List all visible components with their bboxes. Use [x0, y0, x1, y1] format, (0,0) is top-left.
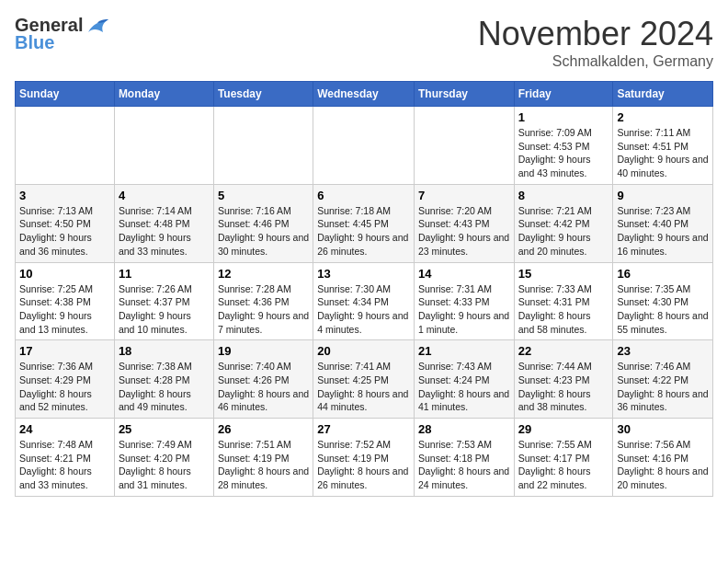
- day-number: 21: [418, 344, 510, 358]
- weekday-header-sunday: Sunday: [16, 82, 115, 107]
- calendar-cell: 26Sunrise: 7:51 AM Sunset: 4:19 PM Dayli…: [213, 419, 313, 497]
- calendar-cell: 22Sunrise: 7:44 AM Sunset: 4:23 PM Dayli…: [514, 340, 613, 419]
- day-number: 5: [218, 189, 309, 202]
- day-number: 2: [617, 110, 709, 124]
- calendar-cell: [414, 107, 514, 185]
- day-info: Sunrise: 7:13 AM Sunset: 4:50 PM Dayligh…: [19, 204, 110, 259]
- day-number: 18: [119, 344, 210, 358]
- day-number: 9: [617, 189, 709, 202]
- weekday-header-thursday: Thursday: [414, 82, 514, 107]
- day-info: Sunrise: 7:30 AM Sunset: 4:34 PM Dayligh…: [317, 282, 410, 337]
- day-info: Sunrise: 7:31 AM Sunset: 4:33 PM Dayligh…: [418, 282, 510, 337]
- day-number: 7: [418, 189, 510, 202]
- calendar-cell: 14Sunrise: 7:31 AM Sunset: 4:33 PM Dayli…: [414, 262, 514, 340]
- calendar-cell: [114, 107, 213, 185]
- calendar-week-3: 10Sunrise: 7:25 AM Sunset: 4:38 PM Dayli…: [16, 262, 713, 340]
- calendar-cell: 21Sunrise: 7:43 AM Sunset: 4:24 PM Dayli…: [414, 340, 514, 419]
- calendar-cell: 16Sunrise: 7:35 AM Sunset: 4:30 PM Dayli…: [613, 262, 713, 340]
- calendar-cell: 27Sunrise: 7:52 AM Sunset: 4:19 PM Dayli…: [313, 419, 415, 497]
- page-header: General Blue November 2024 Schmalkalden,…: [15, 15, 713, 70]
- day-number: 16: [617, 267, 709, 281]
- calendar-cell: 11Sunrise: 7:26 AM Sunset: 4:37 PM Dayli…: [114, 262, 213, 340]
- day-info: Sunrise: 7:36 AM Sunset: 4:29 PM Dayligh…: [19, 360, 110, 414]
- weekday-header-tuesday: Tuesday: [213, 82, 313, 107]
- weekday-header-row: SundayMondayTuesdayWednesdayThursdayFrid…: [16, 82, 713, 107]
- calendar-cell: 3Sunrise: 7:13 AM Sunset: 4:50 PM Daylig…: [16, 184, 115, 262]
- calendar-cell: [313, 107, 415, 185]
- calendar-cell: 19Sunrise: 7:40 AM Sunset: 4:26 PM Dayli…: [213, 340, 313, 419]
- calendar-week-5: 24Sunrise: 7:48 AM Sunset: 4:21 PM Dayli…: [16, 419, 713, 497]
- day-number: 15: [518, 267, 609, 281]
- logo: General Blue: [15, 15, 110, 53]
- calendar-cell: 24Sunrise: 7:48 AM Sunset: 4:21 PM Dayli…: [16, 419, 115, 497]
- day-info: Sunrise: 7:33 AM Sunset: 4:31 PM Dayligh…: [518, 282, 609, 337]
- day-number: 10: [19, 267, 110, 281]
- calendar-cell: 18Sunrise: 7:38 AM Sunset: 4:28 PM Dayli…: [114, 340, 213, 419]
- day-info: Sunrise: 7:48 AM Sunset: 4:21 PM Dayligh…: [19, 438, 110, 492]
- day-number: 11: [119, 267, 210, 281]
- calendar-week-4: 17Sunrise: 7:36 AM Sunset: 4:29 PM Dayli…: [16, 340, 713, 419]
- day-info: Sunrise: 7:18 AM Sunset: 4:45 PM Dayligh…: [317, 204, 410, 259]
- calendar-cell: 20Sunrise: 7:41 AM Sunset: 4:25 PM Dayli…: [313, 340, 415, 419]
- day-number: 3: [19, 189, 110, 202]
- day-info: Sunrise: 7:25 AM Sunset: 4:38 PM Dayligh…: [19, 282, 110, 337]
- day-number: 22: [518, 344, 609, 358]
- day-info: Sunrise: 7:20 AM Sunset: 4:43 PM Dayligh…: [418, 204, 510, 259]
- day-info: Sunrise: 7:49 AM Sunset: 4:20 PM Dayligh…: [119, 438, 210, 492]
- calendar-cell: 6Sunrise: 7:18 AM Sunset: 4:45 PM Daylig…: [313, 184, 415, 262]
- calendar-cell: 10Sunrise: 7:25 AM Sunset: 4:38 PM Dayli…: [16, 262, 115, 340]
- day-number: 4: [119, 189, 210, 202]
- day-info: Sunrise: 7:21 AM Sunset: 4:42 PM Dayligh…: [518, 204, 609, 259]
- day-number: 26: [218, 422, 309, 436]
- day-number: 17: [19, 344, 110, 358]
- weekday-header-friday: Friday: [514, 82, 613, 107]
- day-number: 23: [617, 344, 709, 358]
- day-info: Sunrise: 7:09 AM Sunset: 4:53 PM Dayligh…: [518, 126, 609, 180]
- day-number: 24: [19, 422, 110, 436]
- day-number: 29: [518, 422, 609, 436]
- day-info: Sunrise: 7:53 AM Sunset: 4:18 PM Dayligh…: [418, 438, 510, 492]
- calendar-cell: 13Sunrise: 7:30 AM Sunset: 4:34 PM Dayli…: [313, 262, 415, 340]
- calendar-cell: 9Sunrise: 7:23 AM Sunset: 4:40 PM Daylig…: [613, 184, 713, 262]
- calendar-table: SundayMondayTuesdayWednesdayThursdayFrid…: [15, 81, 713, 497]
- day-info: Sunrise: 7:28 AM Sunset: 4:36 PM Dayligh…: [218, 282, 309, 337]
- calendar-cell: [16, 107, 115, 185]
- day-info: Sunrise: 7:55 AM Sunset: 4:17 PM Dayligh…: [518, 438, 609, 492]
- calendar-cell: 5Sunrise: 7:16 AM Sunset: 4:46 PM Daylig…: [213, 184, 313, 262]
- calendar-cell: 25Sunrise: 7:49 AM Sunset: 4:20 PM Dayli…: [114, 419, 213, 497]
- day-info: Sunrise: 7:46 AM Sunset: 4:22 PM Dayligh…: [617, 360, 709, 414]
- month-title: November 2024: [478, 15, 713, 53]
- calendar-cell: 4Sunrise: 7:14 AM Sunset: 4:48 PM Daylig…: [114, 184, 213, 262]
- day-info: Sunrise: 7:41 AM Sunset: 4:25 PM Dayligh…: [317, 360, 410, 414]
- weekday-header-saturday: Saturday: [613, 82, 713, 107]
- calendar-cell: 7Sunrise: 7:20 AM Sunset: 4:43 PM Daylig…: [414, 184, 514, 262]
- calendar-week-2: 3Sunrise: 7:13 AM Sunset: 4:50 PM Daylig…: [16, 184, 713, 262]
- day-number: 20: [317, 344, 410, 358]
- weekday-header-monday: Monday: [114, 82, 213, 107]
- day-info: Sunrise: 7:43 AM Sunset: 4:24 PM Dayligh…: [418, 360, 510, 414]
- day-number: 12: [218, 267, 309, 281]
- day-info: Sunrise: 7:35 AM Sunset: 4:30 PM Dayligh…: [617, 282, 709, 337]
- day-number: 25: [119, 422, 210, 436]
- calendar-cell: 17Sunrise: 7:36 AM Sunset: 4:29 PM Dayli…: [16, 340, 115, 419]
- day-number: 8: [518, 189, 609, 202]
- day-info: Sunrise: 7:52 AM Sunset: 4:19 PM Dayligh…: [317, 438, 410, 492]
- calendar-cell: 29Sunrise: 7:55 AM Sunset: 4:17 PM Dayli…: [514, 419, 613, 497]
- calendar-cell: 2Sunrise: 7:11 AM Sunset: 4:51 PM Daylig…: [613, 107, 713, 185]
- day-number: 14: [418, 267, 510, 281]
- calendar-cell: 23Sunrise: 7:46 AM Sunset: 4:22 PM Dayli…: [613, 340, 713, 419]
- day-info: Sunrise: 7:14 AM Sunset: 4:48 PM Dayligh…: [119, 204, 210, 259]
- calendar-week-1: 1Sunrise: 7:09 AM Sunset: 4:53 PM Daylig…: [16, 107, 713, 185]
- day-info: Sunrise: 7:11 AM Sunset: 4:51 PM Dayligh…: [617, 126, 709, 180]
- day-info: Sunrise: 7:56 AM Sunset: 4:16 PM Dayligh…: [617, 438, 709, 492]
- day-number: 27: [317, 422, 410, 436]
- calendar-cell: 15Sunrise: 7:33 AM Sunset: 4:31 PM Dayli…: [514, 262, 613, 340]
- title-block: November 2024 Schmalkalden, Germany: [478, 15, 713, 70]
- day-number: 28: [418, 422, 510, 436]
- day-info: Sunrise: 7:51 AM Sunset: 4:19 PM Dayligh…: [218, 438, 309, 492]
- calendar-cell: 30Sunrise: 7:56 AM Sunset: 4:16 PM Dayli…: [613, 419, 713, 497]
- logo-blue: Blue: [15, 32, 54, 53]
- day-info: Sunrise: 7:23 AM Sunset: 4:40 PM Dayligh…: [617, 204, 709, 259]
- day-info: Sunrise: 7:38 AM Sunset: 4:28 PM Dayligh…: [119, 360, 210, 414]
- day-number: 6: [317, 189, 410, 202]
